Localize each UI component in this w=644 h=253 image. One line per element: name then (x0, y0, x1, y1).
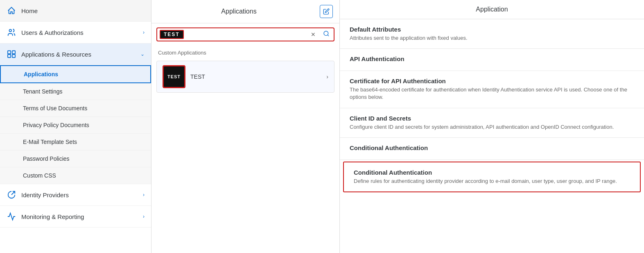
sidebar-item-monitoring[interactable]: Monitoring & Reporting › (0, 206, 151, 228)
chevron-right-icon-3: › (143, 214, 145, 219)
section-cert-api-desc: The base64-encoded certificate for authe… (350, 86, 634, 101)
sidebar-monitoring-label: Monitoring & Reporting (21, 213, 138, 220)
search-icon[interactable] (319, 30, 334, 39)
chevron-right-icon: › (143, 30, 145, 35)
svg-point-0 (9, 30, 12, 32)
section-client-id-desc: Configure client ID and secrets for syst… (350, 123, 634, 131)
sidebar-item-identity-providers[interactable]: Identity Providers › (0, 184, 151, 206)
section-client-id-secrets[interactable]: Client ID and Secrets Configure client I… (340, 108, 644, 138)
app-name: TEST (190, 73, 321, 80)
sidebar-identity-label: Identity Providers (21, 191, 138, 198)
users-icon (7, 27, 16, 37)
svg-rect-3 (8, 55, 11, 57)
sidebar-item-users-auth[interactable]: Users & Authorizations › (0, 22, 151, 43)
section-conditional-auth-2[interactable]: Conditional Authentication Define rules … (343, 162, 641, 192)
sidebar-item-apps-resources[interactable]: Applications & Resources ⌄ (0, 43, 151, 65)
sidebar-home-label: Home (21, 7, 145, 14)
sidebar-item-home[interactable]: Home (0, 0, 151, 22)
section-label: Custom Applications (151, 46, 339, 58)
sidebar-sub-custom-css[interactable]: Custom CSS (0, 167, 151, 184)
section-default-attributes-title: Default Attributes (350, 26, 634, 33)
search-input[interactable] (184, 28, 307, 41)
right-panel-title: Application (340, 0, 644, 19)
app-chevron-icon: › (326, 73, 328, 80)
section-cond-auth-2-title: Conditional Authentication (354, 169, 630, 176)
sidebar-sub-password-policies[interactable]: Password Policies (0, 150, 151, 167)
app-icon-inner: TEST (164, 66, 184, 87)
chevron-right-icon-2: › (143, 192, 145, 198)
sidebar-sub-privacy-policy[interactable]: Privacy Policy Documents (0, 117, 151, 134)
sidebar-users-label: Users & Authorizations (21, 29, 138, 36)
edit-button[interactable] (320, 5, 333, 18)
svg-rect-1 (8, 51, 11, 54)
section-default-attributes-desc: Attributes sent to the application with … (350, 34, 634, 42)
middle-header: Applications (151, 0, 339, 23)
section-api-auth-title: API Authentication (350, 55, 634, 62)
section-client-id-title: Client ID and Secrets (350, 115, 634, 122)
svg-point-5 (324, 31, 328, 36)
section-cert-api-title: Certificate for API Authentication (350, 77, 634, 84)
monitoring-icon (7, 212, 16, 221)
sidebar-sub-applications[interactable]: Applications (0, 65, 151, 83)
svg-line-6 (328, 35, 329, 36)
sidebar-sub-email-template[interactable]: E-Mail Template Sets (0, 134, 151, 150)
section-conditional-auth-1[interactable]: Conditional Authentication (340, 138, 644, 160)
middle-title: Applications (158, 8, 320, 15)
section-default-attributes[interactable]: Default Attributes Attributes sent to th… (340, 19, 644, 49)
svg-rect-2 (12, 51, 15, 54)
sidebar-sub-terms-of-use[interactable]: Terms of Use Documents (0, 100, 151, 117)
sidebar-apps-label: Applications & Resources (21, 51, 136, 58)
search-typed-value: TEST (160, 30, 184, 39)
sidebar: Home Users & Authorizations › Applicatio… (0, 0, 151, 253)
section-cond-auth-1-title: Conditional Authentication (350, 144, 634, 151)
apps-icon (7, 49, 16, 59)
chevron-down-icon: ⌄ (140, 51, 145, 57)
search-bar: TEST ✕ (156, 27, 334, 41)
right-panel: Application Default Attributes Attribute… (340, 0, 644, 253)
app-list-item[interactable]: TEST TEST › (156, 61, 334, 93)
svg-rect-4 (12, 55, 15, 57)
sidebar-sub-tenant-settings[interactable]: Tenant Settings (0, 83, 151, 100)
sidebar-sub-menu: Applications Tenant Settings Terms of Us… (0, 65, 151, 184)
home-icon (7, 6, 16, 16)
section-cert-api-auth[interactable]: Certificate for API Authentication The b… (340, 71, 644, 108)
section-cond-auth-2-desc: Define rules for authenticating identity… (354, 178, 630, 185)
section-api-authentication[interactable]: API Authentication (340, 49, 644, 71)
identity-icon (7, 190, 16, 200)
app-icon: TEST (163, 65, 185, 88)
middle-panel: Applications TEST ✕ Custom Applications … (151, 0, 340, 253)
clear-search-button[interactable]: ✕ (307, 31, 319, 38)
